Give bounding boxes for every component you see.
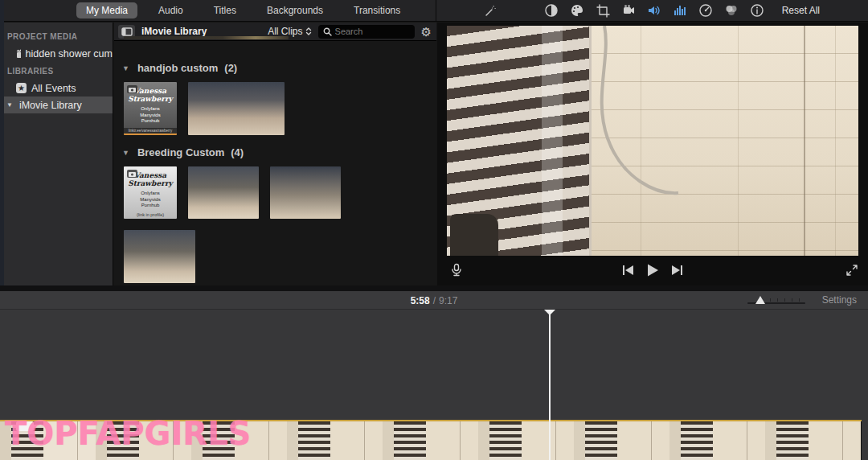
chevron-updown-icon	[305, 27, 312, 36]
timeline-toolbar: 5:58 / 9:17 Settings	[0, 291, 868, 310]
tab-my-media[interactable]: My Media	[76, 2, 137, 18]
filmstrip-frame[interactable]	[478, 421, 574, 460]
filmstrip-frame[interactable]	[669, 421, 765, 460]
clipped-thumbnail-sliver[interactable]	[124, 36, 289, 39]
viewer-controls	[437, 257, 868, 285]
search-field[interactable]	[318, 25, 415, 39]
event-clip-count: (4)	[231, 146, 244, 158]
crop-icon[interactable]	[592, 2, 613, 19]
card-platforms: Onlyfans Manyvids Pornhub	[140, 191, 160, 209]
speed-icon[interactable]	[695, 2, 716, 19]
skip-back-button[interactable]	[622, 265, 634, 279]
video-thumbnail-placeholder	[270, 166, 341, 219]
clip-thumbnail[interactable]	[270, 166, 341, 219]
clip-filter-label: All Clips	[268, 26, 302, 37]
search-icon	[323, 27, 332, 36]
media-tabs: My Media Audio Titles Backgrounds Transi…	[0, 0, 436, 21]
filmstrip-frame[interactable]	[287, 421, 383, 460]
clip-thumbnail-title-card[interactable]: Vanessa Strawberry Onlyfans Manyvids Por…	[124, 166, 177, 219]
tab-audio[interactable]: Audio	[149, 2, 193, 18]
clip-thumbnail[interactable]	[188, 82, 285, 135]
libraries-sidebar: PROJECT MEDIA hidden shower cum LIBRARIE…	[0, 23, 113, 285]
event-name: Breeding Custom	[137, 146, 224, 158]
sidebar-item-imovie-library[interactable]: ▼ iMovie Library	[0, 97, 113, 113]
disclosure-triangle-icon[interactable]: ▼	[122, 64, 129, 72]
sidebar-item-project[interactable]: hidden shower cum	[0, 45, 113, 62]
timecode-current: 5:58	[411, 295, 430, 306]
disclosure-triangle-icon[interactable]: ▼	[6, 101, 13, 109]
filmstrip-frame[interactable]	[383, 421, 478, 460]
media-browser: iMovie Library All Clips ⚙ ▼ handjob cus…	[114, 23, 436, 285]
video-thumbnail-placeholder	[188, 166, 259, 219]
playhead[interactable]	[549, 310, 551, 460]
event-1-clips: Vanessa Strawberry Onlyfans Manyvids Por…	[114, 80, 436, 135]
star-icon: ★	[16, 83, 27, 93]
panel-divider	[0, 285, 868, 291]
preview-viewer	[437, 23, 868, 285]
camera-icon	[127, 170, 137, 178]
video-content-placeholder	[447, 26, 858, 256]
sidebar-item-all-events[interactable]: ★ All Events	[0, 80, 113, 97]
slider-tick	[784, 298, 785, 302]
play-button[interactable]	[645, 263, 660, 281]
info-icon[interactable]	[747, 2, 768, 19]
top-toolbar: My Media Audio Titles Backgrounds Transi…	[0, 0, 868, 22]
adjust-toolbar: Reset All	[436, 0, 868, 21]
clapperboard-icon	[16, 49, 21, 59]
imovie-library-label: iMovie Library	[19, 100, 82, 111]
event-clip-count: (2)	[224, 62, 237, 74]
slider-tick	[799, 298, 800, 302]
filmstrip-frame[interactable]	[765, 421, 861, 460]
project-media-header: PROJECT MEDIA	[0, 27, 113, 45]
card-link: linktr.ee/vanessastrawberry	[124, 128, 177, 135]
viewer-video[interactable]	[447, 26, 858, 256]
slider-thumb[interactable]	[755, 296, 765, 304]
volume-icon[interactable]	[644, 2, 665, 19]
event-2-clips: Vanessa Strawberry Onlyfans Manyvids Por…	[114, 165, 436, 283]
window-edge	[0, 0, 4, 285]
tab-titles[interactable]: Titles	[204, 2, 246, 18]
timeline[interactable]: TOPFAPGIRLS	[0, 310, 868, 460]
timeline-settings-button[interactable]: Settings	[822, 294, 857, 306]
event-header-2[interactable]: ▼ Breeding Custom (4)	[114, 135, 436, 165]
clip-thumbnail[interactable]	[124, 230, 195, 283]
clip-filter-dropdown[interactable]: All Clips	[268, 26, 311, 37]
libraries-header: LIBRARIES	[0, 62, 113, 80]
card-platforms: Onlyfans Manyvids Pornhub	[140, 106, 160, 125]
tab-transitions[interactable]: Transitions	[344, 2, 410, 18]
timeline-zoom-slider[interactable]	[747, 297, 805, 305]
reset-all-button[interactable]: Reset All	[782, 5, 854, 16]
stabilization-camera-icon[interactable]	[618, 2, 639, 19]
playhead-handle[interactable]	[544, 310, 555, 315]
tab-backgrounds[interactable]: Backgrounds	[257, 2, 333, 18]
clip-thumbnail[interactable]	[188, 166, 259, 219]
disclosure-triangle-icon[interactable]: ▼	[122, 149, 129, 157]
slider-tick	[792, 298, 792, 302]
browser-settings-gear-icon[interactable]: ⚙	[421, 26, 432, 38]
enhance-wand-icon[interactable]	[479, 2, 500, 19]
color-filters-icon[interactable]	[721, 2, 742, 19]
transport-controls	[622, 263, 683, 281]
clip-thumbnail-title-card[interactable]: Vanessa Strawberry Onlyfans Manyvids Por…	[124, 82, 177, 135]
site-watermark: TOPFAPGIRLS	[5, 415, 251, 452]
all-events-label: All Events	[31, 83, 76, 94]
timecode-separator: /	[433, 295, 436, 306]
search-input[interactable]	[335, 27, 407, 36]
video-thumbnail-placeholder	[124, 230, 195, 283]
video-thumbnail-placeholder	[188, 82, 285, 135]
color-palette-icon[interactable]	[567, 2, 588, 19]
filmstrip-frame[interactable]	[574, 421, 669, 460]
skip-forward-button[interactable]	[671, 265, 683, 279]
fullscreen-icon[interactable]	[845, 264, 858, 280]
slider-tick	[770, 298, 771, 302]
color-balance-icon[interactable]	[541, 2, 562, 19]
project-item-label: hidden shower cum	[26, 48, 113, 60]
slider-tick	[777, 298, 778, 302]
imovie-window: My Media Audio Titles Backgrounds Transi…	[0, 0, 868, 460]
browser-title: iMovie Library	[141, 26, 207, 37]
event-name: handjob custom	[137, 62, 218, 74]
camera-icon	[127, 85, 137, 93]
audio-levels-icon[interactable]	[669, 2, 690, 19]
voiceover-mic-icon[interactable]	[450, 263, 463, 281]
event-header-1[interactable]: ▼ handjob custom (2)	[114, 41, 436, 80]
